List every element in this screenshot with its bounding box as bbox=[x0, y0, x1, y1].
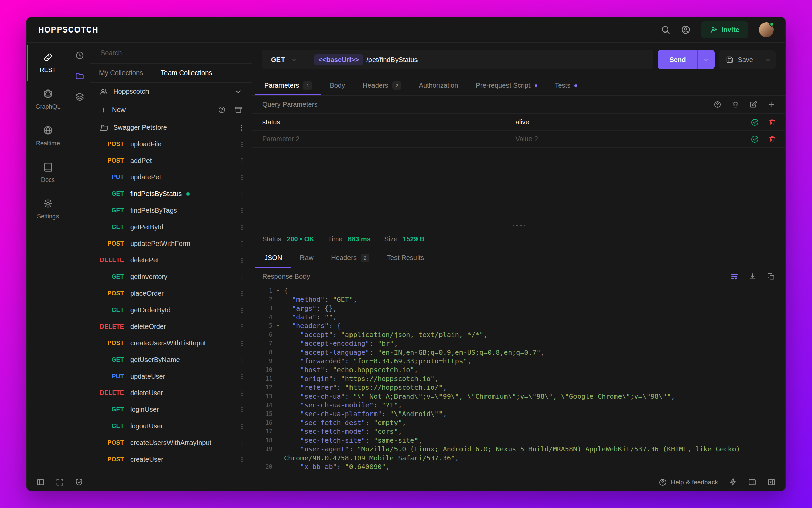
delete-all-icon[interactable] bbox=[731, 101, 739, 108]
tab-pre-request-script[interactable]: Pre-request Script bbox=[467, 76, 546, 95]
param-key-input[interactable]: Parameter 2 bbox=[252, 131, 505, 147]
collection-folder[interactable]: Swagger Petstore bbox=[90, 119, 252, 136]
kebab-icon[interactable] bbox=[238, 190, 246, 198]
request-item-createUsersWithArrayInput[interactable]: POSTcreateUsersWithArrayInput bbox=[90, 435, 252, 451]
param-value-input[interactable]: alive bbox=[505, 114, 742, 130]
url-input[interactable]: <<baseUrl>> /pet/findByStatus bbox=[307, 54, 425, 65]
shield-check-icon[interactable] bbox=[75, 478, 83, 486]
request-item-loginUser[interactable]: GETloginUser bbox=[90, 401, 252, 418]
avatar[interactable] bbox=[759, 22, 774, 37]
kebab-icon[interactable] bbox=[238, 389, 246, 397]
method-select[interactable]: GET bbox=[262, 50, 307, 69]
check-circle-icon[interactable] bbox=[751, 135, 759, 143]
request-item-updateUser[interactable]: PUTupdateUser bbox=[90, 368, 252, 385]
request-item-createUsersWithListInput[interactable]: POSTcreateUsersWithListInput bbox=[90, 335, 252, 352]
tab-body[interactable]: Body bbox=[321, 76, 354, 95]
add-param-icon[interactable] bbox=[767, 101, 775, 108]
kebab-icon[interactable] bbox=[238, 340, 246, 347]
help-circle-icon[interactable] bbox=[714, 101, 721, 108]
tab-parameters[interactable]: Parameters1 bbox=[255, 76, 321, 95]
account-icon[interactable] bbox=[681, 25, 691, 35]
kebab-icon[interactable] bbox=[238, 224, 246, 231]
nav-item-docs[interactable]: Docs bbox=[27, 154, 69, 191]
archive-icon[interactable] bbox=[234, 106, 242, 114]
collections-tab-team-collections[interactable]: Team Collections bbox=[152, 64, 221, 82]
invite-button[interactable]: Invite bbox=[701, 21, 748, 38]
copy-icon[interactable] bbox=[767, 272, 775, 280]
collection-folder[interactable] bbox=[90, 468, 252, 473]
pane-resize-handle[interactable] bbox=[252, 220, 785, 230]
fold-arrow-icon[interactable]: ▾ bbox=[272, 321, 284, 330]
kebab-icon[interactable] bbox=[238, 423, 246, 430]
request-item-deleteUser[interactable]: DELETEdeleteUser bbox=[90, 385, 252, 401]
request-item-getOrderById[interactable]: GETgetOrderById bbox=[90, 302, 252, 318]
save-options-button[interactable] bbox=[760, 50, 776, 69]
request-item-getUserByName[interactable]: GETgetUserByName bbox=[90, 352, 252, 368]
collections-tab-my-collections[interactable]: My Collections bbox=[90, 64, 152, 82]
request-item-logoutUser[interactable]: GETlogoutUser bbox=[90, 418, 252, 435]
kebab-icon[interactable] bbox=[238, 174, 246, 181]
panel-collapse-icon[interactable] bbox=[767, 478, 776, 486]
request-item-addPet[interactable]: POSTaddPet bbox=[90, 152, 252, 169]
shortcuts-zap-icon[interactable] bbox=[729, 478, 737, 486]
edit-bulk-icon[interactable] bbox=[749, 101, 757, 108]
tab-raw[interactable]: Raw bbox=[291, 248, 322, 268]
tab-headers[interactable]: Headers2 bbox=[322, 248, 378, 268]
tab-tests[interactable]: Tests bbox=[546, 76, 586, 95]
layers-icon[interactable] bbox=[75, 92, 84, 101]
kebab-icon[interactable] bbox=[238, 141, 246, 148]
kebab-icon[interactable] bbox=[238, 323, 246, 331]
request-item-updatePetWithForm[interactable]: POSTupdatePetWithForm bbox=[90, 235, 252, 252]
request-item-findPetsByTags[interactable]: GETfindPetsByTags bbox=[90, 202, 252, 219]
tab-headers[interactable]: Headers2 bbox=[354, 76, 410, 95]
download-icon[interactable] bbox=[749, 272, 757, 280]
request-item-getPetById[interactable]: GETgetPetById bbox=[90, 219, 252, 235]
search-icon[interactable] bbox=[661, 25, 670, 35]
clock-icon[interactable] bbox=[75, 51, 84, 60]
request-item-getInventory[interactable]: GETgetInventory bbox=[90, 269, 252, 285]
check-circle-icon[interactable] bbox=[751, 118, 759, 126]
tab-test-results[interactable]: Test Results bbox=[378, 248, 433, 268]
sidebar-toggle-icon[interactable] bbox=[36, 478, 45, 486]
fold-arrow-icon[interactable]: ▾ bbox=[272, 286, 284, 295]
expand-icon[interactable] bbox=[55, 478, 64, 486]
send-button[interactable]: Send bbox=[658, 50, 715, 69]
nav-item-settings[interactable]: Settings bbox=[27, 191, 69, 228]
trash-icon[interactable] bbox=[768, 135, 776, 143]
request-item-uploadFile[interactable]: POSTuploadFile bbox=[90, 136, 252, 152]
kebab-icon[interactable] bbox=[238, 306, 246, 314]
send-options-button[interactable] bbox=[697, 50, 715, 69]
kebab-icon[interactable] bbox=[238, 157, 246, 165]
request-item-placeOrder[interactable]: POSTplaceOrder bbox=[90, 285, 252, 302]
team-selector[interactable]: Hoppscotch bbox=[90, 83, 252, 101]
request-item-findPetsByStatus[interactable]: GETfindPetsByStatus bbox=[90, 186, 252, 202]
request-item-createUser[interactable]: POSTcreateUser bbox=[90, 451, 252, 468]
save-button[interactable]: Save bbox=[719, 50, 776, 69]
help-feedback-button[interactable]: Help & feedback bbox=[659, 478, 718, 486]
request-item-updatePet[interactable]: PUTupdatePet bbox=[90, 169, 252, 186]
trash-icon[interactable] bbox=[768, 118, 776, 126]
collections-search-input[interactable] bbox=[100, 49, 242, 57]
kebab-icon[interactable] bbox=[238, 456, 246, 463]
app-logo[interactable]: HOPPSCOTCH bbox=[38, 25, 98, 35]
kebab-icon[interactable] bbox=[237, 123, 246, 132]
kebab-icon[interactable] bbox=[238, 207, 246, 214]
help-circle-icon[interactable] bbox=[218, 106, 226, 114]
wrap-lines-icon[interactable] bbox=[730, 272, 739, 280]
panel-right-icon[interactable] bbox=[748, 478, 757, 486]
new-collection-button[interactable]: New bbox=[100, 106, 126, 114]
kebab-icon[interactable] bbox=[238, 439, 246, 447]
kebab-icon[interactable] bbox=[238, 257, 246, 264]
param-value-input[interactable]: Value 2 bbox=[505, 131, 742, 147]
response-body-code[interactable]: 1▾{2 "method": "GET",3 "args": {},4 "dat… bbox=[252, 285, 785, 473]
request-item-deletePet[interactable]: DELETEdeletePet bbox=[90, 252, 252, 269]
tab-json[interactable]: JSON bbox=[255, 248, 291, 268]
nav-item-realtime[interactable]: Realtime bbox=[27, 118, 69, 154]
kebab-icon[interactable] bbox=[238, 356, 246, 364]
request-item-deleteOrder[interactable]: DELETEdeleteOrder bbox=[90, 318, 252, 335]
param-key-input[interactable]: status bbox=[252, 114, 505, 130]
nav-item-graphql[interactable]: GraphQL bbox=[27, 81, 69, 118]
kebab-icon[interactable] bbox=[238, 290, 246, 297]
nav-item-rest[interactable]: REST bbox=[27, 45, 69, 81]
folder-icon[interactable] bbox=[75, 71, 84, 81]
